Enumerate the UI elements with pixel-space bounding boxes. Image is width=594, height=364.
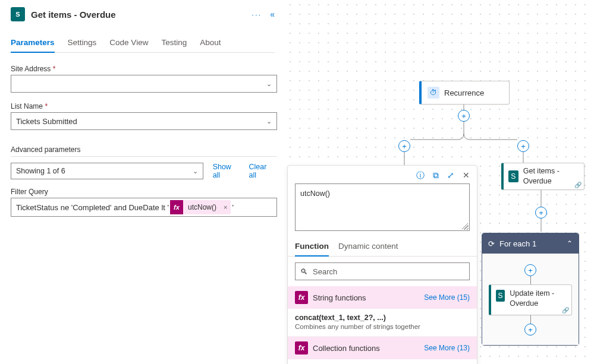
remove-chip-icon[interactable]: × — [220, 204, 231, 211]
node-recurrence[interactable]: ⏱ Recurrence — [419, 81, 510, 105]
link-icon: 🔗 — [574, 182, 582, 188]
function-search-input[interactable]: 🔍︎ Search — [295, 262, 470, 280]
filter-query-input[interactable]: TicketStatus ne 'Completed' and DueDate … — [11, 198, 277, 217]
chevron-down-icon: ⌄ — [193, 167, 198, 175]
for-each-label: For each 1 — [499, 239, 536, 248]
sharepoint-icon: S — [508, 170, 518, 182]
expression-chip-label: utcNow() — [183, 203, 220, 211]
filter-query-label: Filter Query — [11, 188, 275, 196]
close-icon[interactable]: ✕ — [463, 170, 470, 181]
expression-textarea[interactable]: utcNow() — [295, 183, 470, 231]
add-step-button[interactable]: + — [458, 110, 470, 122]
expand-icon[interactable]: ⤢ — [447, 170, 454, 181]
tab-code-view[interactable]: Code View — [109, 34, 148, 52]
fn-group-collection-label: Collection functions — [313, 344, 380, 353]
site-address-select[interactable]: ⌄ — [11, 75, 277, 93]
for-each-header[interactable]: ⟳ For each 1 ⌃ — [482, 233, 579, 254]
node-recurrence-label: Recurrence — [444, 88, 484, 97]
node-get-items-label: Get items - Overdue — [523, 166, 579, 186]
fn-concat-desc: Combines any number of strings together — [295, 323, 470, 330]
loop-icon: ⟳ — [488, 239, 495, 248]
clear-all-link[interactable]: Clear all — [249, 163, 275, 179]
link-icon: 🔗 — [562, 307, 569, 314]
add-step-button[interactable]: + — [517, 140, 529, 152]
site-address-label: Site Address * — [11, 65, 275, 73]
add-step-button[interactable]: + — [524, 324, 536, 335]
filter-query-text-suffix: ' — [232, 203, 233, 212]
fn-group-string-label: String functions — [313, 293, 366, 302]
expression-chip[interactable]: fx utcNow() × — [170, 200, 231, 214]
copy-icon[interactable]: ⧉ — [433, 170, 439, 181]
info-icon[interactable]: ⓘ — [416, 170, 425, 181]
chevron-up-icon[interactable]: ⌃ — [567, 239, 573, 248]
fn-group-string[interactable]: fx String functions See More (15) — [288, 286, 477, 309]
search-icon: 🔍︎ — [300, 267, 308, 276]
node-get-items-overdue[interactable]: S Get items - Overdue 🔗 — [501, 163, 584, 190]
see-more-link[interactable]: See More (13) — [424, 344, 470, 352]
tab-about[interactable]: About — [200, 34, 221, 52]
panel-tabs: Parameters Settings Code View Testing Ab… — [11, 34, 275, 53]
see-more-link[interactable]: See More (15) — [424, 293, 470, 302]
connector-line — [530, 315, 531, 324]
advanced-params-label: Advanced parameters — [11, 145, 275, 154]
sharepoint-icon: S — [496, 290, 505, 302]
connector-line — [530, 276, 531, 284]
tab-function[interactable]: Function — [295, 237, 329, 257]
action-panel: Get items - Overdue ··· « Parameters Set… — [0, 0, 285, 364]
fx-icon: fx — [295, 291, 308, 304]
tab-dynamic-content[interactable]: Dynamic content — [338, 237, 398, 256]
add-step-button[interactable]: + — [524, 264, 536, 276]
tab-testing[interactable]: Testing — [161, 34, 187, 52]
panel-header: Get items - Overdue ··· « — [11, 7, 275, 21]
chevron-down-icon: ⌄ — [266, 118, 272, 125]
add-step-button[interactable]: + — [398, 140, 410, 152]
node-update-item[interactable]: S Update item - Overdue 🔗 — [489, 284, 572, 315]
filter-query-text-prefix: TicketStatus ne 'Completed' and DueDate … — [16, 203, 169, 212]
list-name-select[interactable]: Tickets Submitted ⌄ — [11, 112, 277, 130]
node-update-item-label: Update item - Overdue — [510, 289, 567, 309]
sharepoint-icon — [11, 7, 25, 21]
fn-item-contains[interactable]: contains(collection, value) Returns true… — [288, 359, 477, 364]
fx-icon: fx — [170, 200, 183, 214]
node-for-each[interactable]: ⟳ For each 1 ⌃ + S Update item - Overdue… — [482, 233, 579, 346]
panel-title: Get items - Overdue — [31, 10, 252, 20]
for-each-body: + S Update item - Overdue 🔗 + — [482, 254, 579, 345]
advanced-params-value: Showing 1 of 6 — [16, 167, 65, 175]
list-name-value: Tickets Submitted — [16, 117, 77, 126]
advanced-params-select[interactable]: Showing 1 of 6 ⌄ — [11, 163, 203, 179]
show-all-link[interactable]: Show all — [213, 163, 240, 179]
fn-concat-sig: concat(text_1, text_2?, ...) — [295, 314, 470, 322]
tab-parameters[interactable]: Parameters — [11, 34, 55, 53]
clock-icon: ⏱ — [428, 87, 439, 99]
list-name-label: List Name * — [11, 102, 275, 110]
collapse-panel-icon[interactable]: « — [270, 10, 275, 19]
expression-text: utcNow() — [300, 189, 330, 198]
fn-item-concat[interactable]: concat(text_1, text_2?, ...) Combines an… — [288, 309, 477, 337]
more-icon[interactable]: ··· — [252, 10, 262, 19]
expression-editor-popup: ⓘ ⧉ ⤢ ✕ utcNow() Function Dynamic conten… — [287, 165, 477, 364]
chevron-down-icon: ⌄ — [266, 80, 272, 88]
fn-group-collection[interactable]: fx Collection functions See More (13) — [288, 337, 477, 359]
tab-settings[interactable]: Settings — [68, 34, 97, 52]
search-placeholder: Search — [313, 267, 337, 276]
add-step-button[interactable]: + — [535, 207, 547, 219]
fx-icon: fx — [295, 341, 308, 354]
